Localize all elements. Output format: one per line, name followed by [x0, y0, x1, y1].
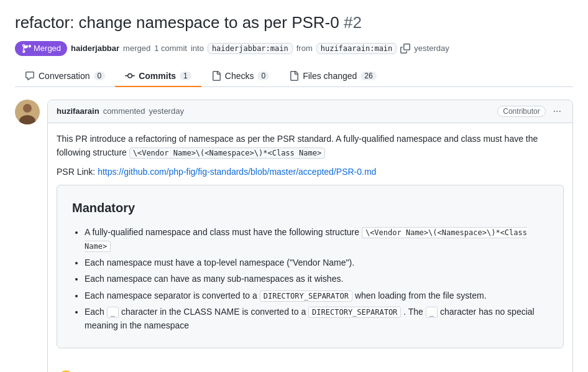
pr-title: refactor: change namespace to as per PSR…	[15, 12, 573, 34]
comments-area: huzifaarain commented yesterday Contribu…	[15, 87, 573, 372]
content-list: A fully-qualified namespace and class mu…	[72, 225, 548, 333]
content-title: Mandatory	[72, 198, 548, 218]
tab-commits-label: Commits	[139, 71, 176, 81]
commits-count-text: 1 commit	[154, 44, 187, 53]
comment-box: huzifaarain commented yesterday Contribu…	[47, 100, 573, 372]
psr-link-line: PSR Link: https://github.com/php-fig/fig…	[57, 165, 564, 179]
base-branch-ref[interactable]: haiderjabbar:main	[208, 43, 293, 54]
tab-files-count: 26	[361, 72, 376, 80]
tab-commits[interactable]: Commits 1	[115, 66, 201, 87]
conversation-icon	[25, 71, 35, 81]
code-snippet-4: DIRECTORY_SEPARATOR	[308, 307, 401, 318]
pr-author[interactable]: haiderjabbar	[71, 44, 119, 53]
pr-title-text: refactor: change namespace to as per PSR…	[15, 13, 339, 32]
merged-badge: Merged	[15, 41, 67, 56]
more-options-button[interactable]: ···	[551, 105, 564, 118]
code-snippet-2: DIRECTORY_SEPARATOR	[260, 291, 352, 302]
comment-time: yesterday	[149, 106, 184, 116]
from-text: from	[296, 44, 313, 53]
tab-checks-count: 0	[257, 72, 269, 80]
avatar-image	[15, 100, 40, 124]
content-preview-box: Mandatory A fully-qualified namespace an…	[57, 185, 564, 348]
copy-icon[interactable]	[400, 44, 410, 53]
files-icon	[289, 71, 299, 81]
code-snippet-1: \<Vendor Name>\(<Namespace>\)*<Class Nam…	[85, 227, 527, 252]
tab-commits-count: 1	[180, 72, 191, 80]
list-item: A fully-qualified namespace and class mu…	[85, 225, 548, 253]
code-snippet-3: _	[107, 307, 119, 318]
checks-icon	[211, 71, 221, 81]
tab-files-changed[interactable]: Files changed 26	[279, 66, 387, 87]
comment-thread: huzifaarain commented yesterday Contribu…	[15, 100, 573, 372]
tab-conversation-count: 0	[94, 72, 106, 80]
psr-url-link[interactable]: https://github.com/php-fig/fig-standards…	[98, 167, 376, 177]
comment-footer: 😊	[48, 363, 572, 372]
tab-checks-label: Checks	[225, 71, 254, 81]
tabs-bar: Conversation 0 Commits 1 Checks 0	[15, 66, 573, 87]
list-item: Each namespace separator is converted to…	[85, 289, 548, 302]
comment-action: commented	[103, 106, 145, 116]
comment-text: This PR introduce a refactoring of names…	[57, 132, 564, 160]
pr-action-text: merged	[123, 44, 150, 53]
head-branch-ref[interactable]: huzifaarain:main	[316, 43, 397, 54]
comment-header: huzifaarain commented yesterday Contribu…	[48, 100, 572, 123]
avatar	[15, 100, 40, 124]
list-item: Each _ character in the CLASS NAME is co…	[85, 305, 548, 333]
svg-point-1	[23, 104, 32, 113]
comment-header-left: huzifaarain commented yesterday	[57, 106, 184, 116]
commits-icon	[125, 71, 135, 81]
pr-number: #2	[344, 13, 362, 32]
pr-time: yesterday	[414, 44, 449, 53]
tab-files-label: Files changed	[303, 71, 357, 81]
avatar-wrap	[15, 100, 40, 372]
comment-author[interactable]: huzifaarain	[57, 106, 99, 116]
code-snippet-5: _	[426, 307, 438, 318]
tab-conversation-label: Conversation	[39, 71, 90, 81]
list-item: Each namespace must have a top-level nam…	[85, 256, 548, 269]
pr-meta: Merged haiderjabbar merged 1 commit into…	[15, 41, 573, 56]
inline-code-snippet: \<Vendor Name>\(<Namespace>\)*<Class Nam…	[129, 147, 325, 159]
tab-checks[interactable]: Checks 0	[201, 66, 279, 87]
merge-icon	[21, 44, 31, 53]
psr-label: PSR Link:	[57, 167, 95, 177]
emoji-reaction-button[interactable]: 😊	[57, 368, 75, 372]
list-item: Each namespace can have as many sub-name…	[85, 272, 548, 286]
contributor-badge: Contributor	[497, 106, 545, 117]
into-text: into	[191, 44, 204, 53]
comment-body: This PR introduce a refactoring of names…	[48, 123, 572, 363]
comment-header-right: Contributor ···	[497, 105, 564, 118]
tab-conversation[interactable]: Conversation 0	[15, 66, 115, 87]
